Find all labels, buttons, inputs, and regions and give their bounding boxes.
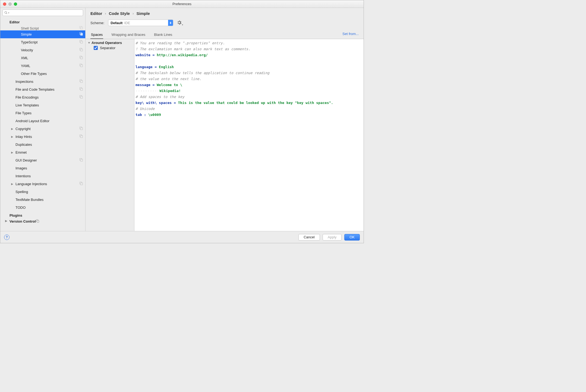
sidebar-item[interactable]: TypeScript [0, 38, 85, 46]
sidebar-item[interactable]: Editor [0, 18, 85, 26]
sidebar-item[interactable]: Spelling [0, 188, 85, 196]
options-group-header[interactable]: ▼ Around Operators [88, 41, 131, 45]
svg-rect-9 [80, 57, 83, 59]
tab[interactable]: Spaces [90, 30, 103, 39]
preview-eq: = [150, 83, 157, 87]
sidebar-item[interactable]: Simple [0, 30, 85, 38]
svg-rect-11 [80, 65, 83, 67]
breadcrumb-code-style[interactable]: Code Style [109, 11, 130, 16]
project-scope-icon [78, 95, 83, 100]
sidebar-item-label: XML [21, 56, 78, 60]
sidebar-item-label: YAML [21, 64, 78, 68]
sidebar-item[interactable]: ▶Language Injections [0, 180, 85, 188]
sidebar-item[interactable]: GUI Designer [0, 156, 85, 164]
cancel-button[interactable]: Cancel [298, 234, 320, 241]
sidebar-item[interactable]: Intentions [0, 172, 85, 180]
sidebar-item[interactable]: ▶Emmet [0, 148, 85, 156]
project-scope-icon [78, 64, 83, 68]
sidebar-item-label: GUI Designer [15, 158, 78, 162]
sidebar-item-label: Inspections [15, 80, 78, 84]
search-input[interactable]: ▾ [2, 10, 83, 16]
ok-button[interactable]: OK [344, 234, 360, 241]
sidebar-item[interactable]: File Encodings [0, 93, 85, 101]
sidebar-item[interactable]: TextMate Bundles [0, 196, 85, 204]
preview-line: # Add spaces to the key [136, 95, 184, 99]
option-separator-checkbox[interactable] [94, 46, 98, 50]
project-scope-icon [78, 79, 83, 84]
search-icon [4, 11, 8, 14]
sidebar-item[interactable]: YAML [0, 62, 85, 70]
sidebar-item-label: Spelling [15, 190, 83, 194]
sidebar-item-label: Copyright [15, 127, 78, 131]
sidebar-item-label: Language Injections [15, 182, 78, 186]
window-title: Preferences [0, 2, 364, 6]
preview-line: # the value onto the next line. [136, 77, 201, 81]
sidebar-item[interactable]: XML [0, 54, 85, 62]
tab[interactable]: Blank Lines [153, 30, 173, 39]
sidebar-item[interactable]: ▶Copyright [0, 125, 85, 133]
sidebar-item-label: File and Code Templates [15, 87, 78, 91]
svg-rect-17 [80, 96, 83, 98]
sidebar-item-label: Other File Types [21, 72, 83, 76]
sidebar-item-label: Duplicates [15, 143, 83, 147]
sidebar-item[interactable]: ▶Inlay Hints [0, 133, 85, 141]
sidebar-item-label: Plugins [10, 213, 83, 217]
preview-eq: = [172, 101, 178, 105]
sidebar-item[interactable]: Live Templates [0, 101, 85, 109]
sidebar-item[interactable]: Android Layout Editor [0, 117, 85, 125]
search-history-icon[interactable]: ▾ [8, 12, 9, 14]
sidebar-item[interactable]: Images [0, 164, 85, 172]
sidebar-item[interactable]: Velocity [0, 46, 85, 54]
chevron-right-icon: ▶ [11, 151, 15, 154]
preview-key: tab [136, 113, 144, 117]
option-separator[interactable]: Separator [88, 46, 131, 50]
sidebar-item-label: Shell Script [21, 26, 78, 30]
project-scope-icon [78, 32, 83, 37]
sidebar-item[interactable]: Other File Types [0, 70, 85, 78]
scheme-actions-button[interactable]: ▾ [177, 20, 182, 25]
svg-rect-25 [80, 183, 83, 185]
sidebar-item[interactable]: File Types [0, 109, 85, 117]
project-scope-icon [78, 87, 83, 92]
project-scope-icon [78, 48, 83, 52]
project-scope-icon [78, 134, 83, 139]
preview-val: http://en.wikipedia.org/ [157, 53, 208, 57]
tabs: SpacesWrapping and BracesBlank Lines [86, 30, 364, 39]
sidebar-item[interactable]: TODO [0, 204, 85, 211]
sidebar-item[interactable]: Inspections [0, 78, 85, 86]
preview-line: # Unicode [136, 107, 155, 111]
breadcrumb-editor[interactable]: Editor [90, 11, 102, 16]
gear-icon [177, 20, 181, 25]
svg-rect-13 [80, 80, 83, 83]
sidebar-item-label: Inlay Hints [15, 135, 78, 139]
help-button[interactable]: ? [4, 235, 10, 240]
sidebar-item[interactable]: File and Code Templates [0, 86, 85, 93]
scheme-dropdown-icon[interactable] [168, 20, 173, 26]
settings-tree[interactable]: EditorShell ScriptSimpleTypeScriptVeloci… [0, 18, 85, 231]
svg-rect-15 [80, 88, 83, 90]
set-from-link[interactable]: Set from... [342, 32, 359, 36]
sidebar-item[interactable]: Plugins [0, 211, 85, 219]
svg-rect-3 [80, 33, 83, 35]
preview-line: # You are reading the ".properties" entr… [136, 41, 225, 45]
sidebar-item-label: Android Layout Editor [15, 119, 83, 123]
preview-key: website [136, 53, 150, 57]
sidebar-item[interactable]: ▶Version Control [0, 219, 85, 224]
chevron-right-icon: › [133, 11, 134, 15]
svg-rect-5 [80, 41, 83, 43]
sidebar-item[interactable]: Shell Script [0, 26, 85, 30]
apply-button[interactable]: Apply [323, 234, 342, 241]
content: ▾ EditorShell ScriptSimpleTypeScriptVelo… [0, 8, 364, 231]
scheme-select[interactable]: Default IDE [108, 20, 173, 26]
dropdown-indicator-icon: ▾ [182, 24, 183, 26]
sidebar-item-label: Version Control [10, 219, 36, 223]
scheme-label: Scheme: [90, 21, 104, 25]
project-scope-icon [78, 182, 83, 186]
sidebar-item[interactable]: Duplicates [0, 141, 85, 148]
code-preview[interactable]: # You are reading the ".properties" entr… [134, 39, 364, 231]
svg-rect-21 [80, 135, 83, 138]
preview-val: Wikipedia! [159, 89, 181, 93]
footer: ? Cancel Apply OK [0, 231, 364, 243]
tab[interactable]: Wrapping and Braces [111, 30, 146, 39]
preview-indent: ·········· [136, 89, 159, 93]
